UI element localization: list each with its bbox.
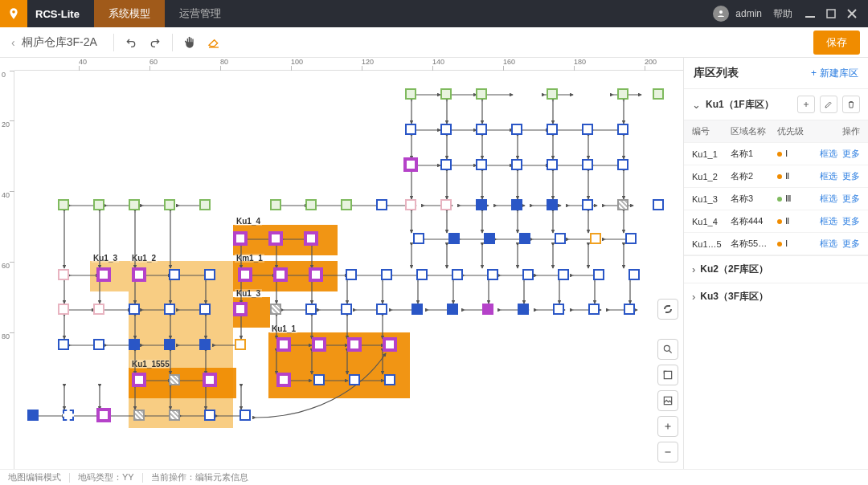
map-node[interactable] <box>278 374 289 385</box>
map-node[interactable] <box>27 410 39 421</box>
map-node[interactable] <box>376 199 387 210</box>
map-node[interactable] <box>440 199 452 210</box>
map-node[interactable] <box>582 159 593 170</box>
map-node[interactable] <box>133 410 145 421</box>
map-node[interactable] <box>476 88 487 100</box>
map-node[interactable] <box>413 233 424 244</box>
map-node[interactable] <box>448 233 460 244</box>
tool-fit-icon[interactable] <box>657 365 678 385</box>
row-more-link[interactable]: 更多 <box>842 148 860 160</box>
map-node[interactable] <box>341 304 352 315</box>
save-button[interactable]: 保存 <box>813 31 860 55</box>
zone-section-ku2[interactable]: › Ku2（2F库区） <box>684 255 868 283</box>
map-node[interactable] <box>169 374 180 385</box>
map-node[interactable] <box>305 304 317 315</box>
section-delete-button[interactable] <box>842 96 860 113</box>
map-node[interactable] <box>129 339 140 350</box>
map-node[interactable] <box>547 199 558 210</box>
map-node[interactable] <box>558 269 569 280</box>
map-node[interactable] <box>511 199 522 210</box>
map-node[interactable] <box>653 88 664 100</box>
map-node[interactable] <box>169 410 180 421</box>
map-node[interactable] <box>519 233 530 244</box>
map-node[interactable] <box>204 410 215 421</box>
map-node[interactable] <box>133 374 145 385</box>
map-node[interactable] <box>204 374 215 385</box>
map-node[interactable] <box>482 304 493 315</box>
map-canvas[interactable]: Ku1_3 Ku1_2 Ku1_4 Km1_1 Ku1_3 Ku1_1 Ku1_… <box>14 71 683 469</box>
row-select-link[interactable]: 框选 <box>820 148 837 160</box>
map-node[interactable] <box>275 269 286 280</box>
map-node[interactable] <box>341 199 352 210</box>
tool-image-icon[interactable] <box>657 390 678 411</box>
table-row[interactable]: Ku1_3 名称3 Ⅲ 框选更多 <box>684 188 868 210</box>
map-node[interactable] <box>199 304 211 315</box>
map-node[interactable] <box>270 233 281 244</box>
tool-link-icon[interactable] <box>657 299 678 320</box>
map-node[interactable] <box>624 304 635 315</box>
map-node[interactable] <box>452 269 463 280</box>
map-node[interactable] <box>447 304 458 315</box>
tool-search-icon[interactable] <box>657 339 678 360</box>
map-node[interactable] <box>129 199 140 210</box>
row-more-link[interactable]: 更多 <box>842 238 860 250</box>
erase-tool-button[interactable] <box>202 31 226 55</box>
undo-button[interactable] <box>119 31 143 55</box>
map-node[interactable] <box>58 304 69 315</box>
map-node[interactable] <box>582 124 593 135</box>
map-node[interactable] <box>93 199 104 210</box>
map-node[interactable] <box>346 269 357 280</box>
table-row[interactable]: Ku1_2 名称2 Ⅱ 框选更多 <box>684 165 868 188</box>
map-node[interactable] <box>547 159 558 170</box>
table-row[interactable]: Ku1_4 名称444 Ⅱ 框选更多 <box>684 210 868 233</box>
map-node[interactable] <box>405 159 416 170</box>
breadcrumb-back-icon[interactable]: ‹ <box>11 36 15 49</box>
map-node[interactable] <box>199 339 211 350</box>
row-select-link[interactable]: 框选 <box>820 193 837 205</box>
map-node[interactable] <box>590 233 601 244</box>
map-node[interactable] <box>553 304 564 315</box>
map-node[interactable] <box>63 410 74 421</box>
map-node[interactable] <box>164 339 175 350</box>
map-node[interactable] <box>547 88 558 100</box>
map-node[interactable] <box>522 269 534 280</box>
map-node[interactable] <box>164 199 175 210</box>
map-node[interactable] <box>129 304 140 315</box>
map-node[interactable] <box>313 374 325 385</box>
row-more-link[interactable]: 更多 <box>842 215 860 227</box>
map-node[interactable] <box>617 199 628 210</box>
map-node[interactable] <box>440 159 452 170</box>
section-edit-button[interactable] <box>820 96 837 113</box>
map-node[interactable] <box>617 159 628 170</box>
nav-tab-model[interactable]: 系统模型 <box>94 0 165 27</box>
row-more-link[interactable]: 更多 <box>842 193 860 205</box>
map-node[interactable] <box>58 269 69 280</box>
map-node[interactable] <box>588 304 600 315</box>
map-node[interactable] <box>270 199 281 210</box>
map-node[interactable] <box>313 339 325 350</box>
map-node[interactable] <box>653 199 664 210</box>
row-select-link[interactable]: 框选 <box>820 215 837 227</box>
tool-zoom-in-icon[interactable] <box>657 416 678 437</box>
map-node[interactable] <box>305 199 317 210</box>
zone-section-ku3[interactable]: › Ku3（3F库区） <box>684 283 868 310</box>
window-close-icon[interactable] <box>845 7 858 20</box>
breadcrumb[interactable]: ‹ 桐庐仓库3F-2A <box>0 35 108 50</box>
map-node[interactable] <box>476 159 487 170</box>
map-node[interactable] <box>349 374 360 385</box>
table-row[interactable]: Ku1…5 名称55… Ⅰ 框选更多 <box>684 233 868 255</box>
map-node[interactable] <box>547 124 558 135</box>
nav-tab-ops[interactable]: 运营管理 <box>165 0 235 27</box>
map-node[interactable] <box>476 199 487 210</box>
map-node[interactable] <box>93 304 104 315</box>
add-zone-button[interactable]: + 新建库区 <box>811 67 858 80</box>
map-node[interactable] <box>93 339 104 350</box>
map-node[interactable] <box>582 199 593 210</box>
table-row[interactable]: Ku1_1 名称1 Ⅰ 框选更多 <box>684 143 868 165</box>
map-node[interactable] <box>476 124 487 135</box>
map-node[interactable] <box>58 339 69 350</box>
map-node[interactable] <box>384 339 395 350</box>
map-node[interactable] <box>169 269 180 280</box>
window-maximize-icon[interactable] <box>825 7 837 20</box>
map-node[interactable] <box>625 233 637 244</box>
